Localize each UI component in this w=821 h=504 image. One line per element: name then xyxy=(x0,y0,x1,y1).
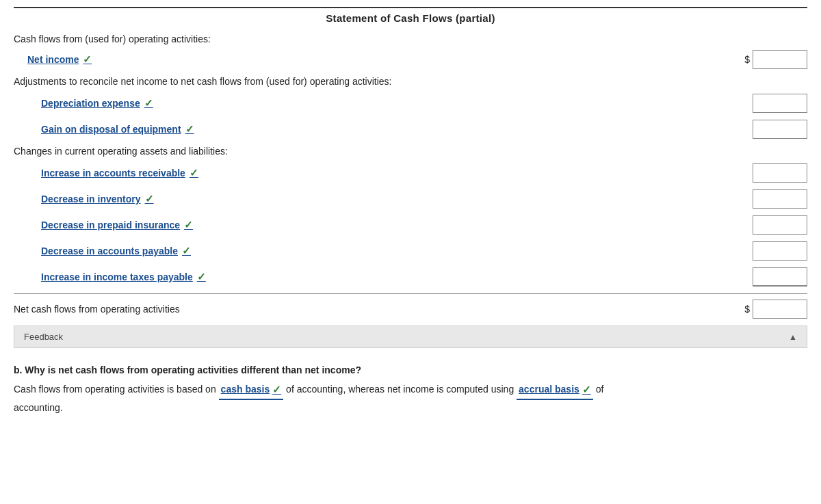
depreciation-label: Depreciation expense ✓ xyxy=(41,97,153,109)
decrease-inv-input[interactable] xyxy=(753,189,807,209)
decrease-prepaid-checkmark: ✓ xyxy=(184,219,193,231)
depreciation-checkmark: ✓ xyxy=(144,97,153,109)
decrease-inv-label: Decrease in inventory ✓ xyxy=(41,193,154,205)
changes-label: Changes in current operating assets and … xyxy=(14,146,807,157)
net-income-input-group: $ xyxy=(725,50,807,69)
increase-tax-input[interactable] xyxy=(753,267,807,287)
increase-tax-input-group xyxy=(725,267,807,287)
feedback-label: Feedback xyxy=(24,332,63,342)
increase-ar-input-group xyxy=(725,163,807,183)
increase-tax-row: Increase in income taxes payable ✓ xyxy=(14,267,807,287)
feedback-bar[interactable]: Feedback ▲ xyxy=(14,326,807,348)
section-b: b. Why is net cash flows from operating … xyxy=(14,360,807,416)
net-income-checkmark: ✓ xyxy=(83,53,92,66)
depreciation-row: Depreciation expense ✓ xyxy=(14,94,807,113)
increase-ar-label: Increase in accounts receivable ✓ xyxy=(41,167,198,179)
text-after: of xyxy=(596,384,604,395)
decrease-prepaid-input-group xyxy=(725,215,807,235)
net-income-input[interactable] xyxy=(753,50,807,69)
net-income-row: Net income ✓ $ xyxy=(14,50,807,69)
net-cash-label: Net cash flows from operating activities xyxy=(14,304,180,315)
net-cash-dollar: $ xyxy=(744,304,750,315)
decrease-ap-input-group xyxy=(725,241,807,261)
text-before: Cash flows from operating activities is … xyxy=(14,384,216,395)
increase-tax-checkmark: ✓ xyxy=(197,271,206,283)
text-middle: of accounting, whereas net income is com… xyxy=(286,384,514,395)
decrease-inv-input-group xyxy=(725,189,807,209)
net-cash-input[interactable] xyxy=(753,300,807,319)
decrease-prepaid-row: Decrease in prepaid insurance ✓ xyxy=(14,215,807,235)
net-cash-row: Net cash flows from operating activities… xyxy=(14,293,807,319)
gain-disposal-input[interactable] xyxy=(753,120,807,139)
depreciation-input-group xyxy=(725,94,807,113)
gain-disposal-label: Gain on disposal of equipment ✓ xyxy=(41,123,194,135)
decrease-ap-input[interactable] xyxy=(753,241,807,261)
page-wrapper: Statement of Cash Flows (partial) Cash f… xyxy=(0,0,821,429)
section-a: Cash flows from (used for) operating act… xyxy=(14,34,807,319)
decrease-inv-row: Decrease in inventory ✓ xyxy=(14,189,807,209)
decrease-inv-checkmark: ✓ xyxy=(145,193,154,205)
operating-activities-label: Cash flows from (used for) operating act… xyxy=(14,34,807,44)
decrease-ap-checkmark: ✓ xyxy=(182,245,191,257)
accrual-basis-checkmark: ✓ xyxy=(582,381,591,399)
cash-basis-checkmark: ✓ xyxy=(272,381,281,399)
page-title: Statement of Cash Flows (partial) xyxy=(14,7,807,24)
depreciation-input[interactable] xyxy=(753,94,807,113)
feedback-arrow: ▲ xyxy=(789,332,797,342)
increase-ar-input[interactable] xyxy=(753,163,807,183)
decrease-prepaid-input[interactable] xyxy=(753,215,807,235)
increase-ar-checkmark: ✓ xyxy=(190,167,198,179)
part-b-question: b. Why is net cash flows from operating … xyxy=(14,364,807,375)
net-income-dollar: $ xyxy=(744,54,750,65)
adjustments-label: Adjustments to reconcile net income to n… xyxy=(14,76,807,87)
text-last: accounting. xyxy=(14,402,63,413)
part-b-text: Cash flows from operating activities is … xyxy=(14,381,807,416)
net-cash-input-group: $ xyxy=(725,300,807,319)
answer-accrual-basis: accrual basis ✓ xyxy=(517,381,593,400)
gain-disposal-checkmark: ✓ xyxy=(185,123,194,135)
net-income-label: Net income ✓ xyxy=(27,53,92,66)
decrease-ap-label: Decrease in accounts payable ✓ xyxy=(41,245,191,257)
decrease-ap-row: Decrease in accounts payable ✓ xyxy=(14,241,807,261)
gain-disposal-input-group xyxy=(725,120,807,139)
gain-disposal-row: Gain on disposal of equipment ✓ xyxy=(14,120,807,139)
answer-cash-basis: cash basis ✓ xyxy=(219,381,284,400)
increase-ar-row: Increase in accounts receivable ✓ xyxy=(14,163,807,183)
decrease-prepaid-label: Decrease in prepaid insurance ✓ xyxy=(41,219,193,231)
increase-tax-label: Increase in income taxes payable ✓ xyxy=(41,271,206,283)
